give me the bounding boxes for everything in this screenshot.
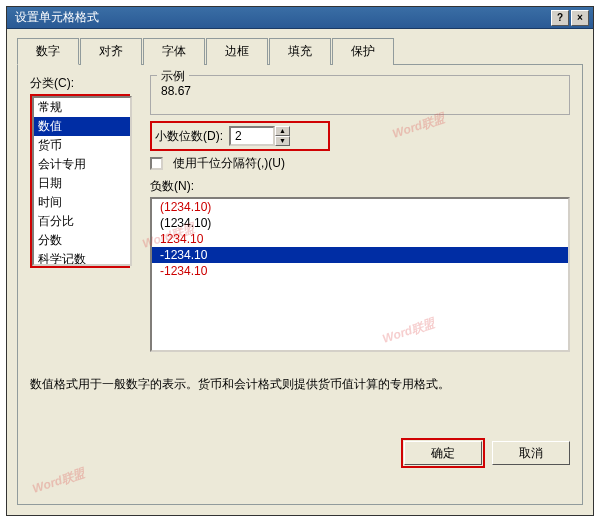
category-item[interactable]: 常规 [34, 98, 130, 117]
decimal-spinner[interactable]: ▲ ▼ [229, 126, 290, 146]
titlebar: 设置单元格格式 ? × [7, 7, 593, 29]
decimal-label: 小数位数(D): [155, 128, 223, 145]
tab-填充[interactable]: 填充 [269, 38, 331, 65]
category-item[interactable]: 时间 [34, 193, 130, 212]
negative-listbox[interactable]: (1234.10)(1234.10)1234.10-1234.10-1234.1… [150, 197, 570, 352]
category-highlight: 常规数值货币会计专用日期时间百分比分数科学记数文本特殊自定义 [30, 94, 130, 268]
spin-up-icon[interactable]: ▲ [275, 126, 290, 136]
tab-保护[interactable]: 保护 [332, 38, 394, 65]
negative-label: 负数(N): [150, 178, 570, 195]
close-button[interactable]: × [571, 10, 589, 26]
category-item[interactable]: 货币 [34, 136, 130, 155]
negative-item[interactable]: (1234.10) [152, 215, 568, 231]
tab-strip: 数字对齐字体边框填充保护 [17, 37, 583, 65]
category-label: 分类(C): [30, 75, 130, 92]
category-item[interactable]: 科学记数 [34, 250, 130, 266]
dialog-title: 设置单元格格式 [11, 9, 549, 26]
thousands-row[interactable]: 使用千位分隔符(,)(U) [150, 155, 570, 172]
category-item[interactable]: 数值 [34, 117, 130, 136]
negative-item[interactable]: -1234.10 [152, 263, 568, 279]
category-item[interactable]: 日期 [34, 174, 130, 193]
category-item[interactable]: 会计专用 [34, 155, 130, 174]
negative-item[interactable]: (1234.10) [152, 199, 568, 215]
dialog-footer: 确定 取消 [30, 403, 570, 465]
spin-down-icon[interactable]: ▼ [275, 136, 290, 146]
description-text: 数值格式用于一般数字的表示。货币和会计格式则提供货币值计算的专用格式。 [30, 376, 570, 393]
sample-label: 示例 [157, 68, 189, 85]
thousands-checkbox[interactable] [150, 157, 163, 170]
sample-group: 示例 88.67 [150, 75, 570, 115]
sample-value: 88.67 [161, 84, 559, 98]
category-listbox[interactable]: 常规数值货币会计专用日期时间百分比分数科学记数文本特殊自定义 [32, 96, 132, 266]
ok-button[interactable]: 确定 [404, 441, 482, 465]
tab-字体[interactable]: 字体 [143, 38, 205, 65]
decimal-row: 小数位数(D): ▲ ▼ [150, 121, 330, 151]
decimal-input[interactable] [229, 126, 275, 146]
negative-item[interactable]: 1234.10 [152, 231, 568, 247]
tab-panel-number: 分类(C): 常规数值货币会计专用日期时间百分比分数科学记数文本特殊自定义 示例… [17, 65, 583, 505]
cancel-button[interactable]: 取消 [492, 441, 570, 465]
negative-item[interactable]: -1234.10 [152, 247, 568, 263]
format-cells-dialog: 设置单元格格式 ? × 数字对齐字体边框填充保护 分类(C): 常规数值货币会计… [6, 6, 594, 516]
tab-数字[interactable]: 数字 [17, 38, 79, 65]
tab-对齐[interactable]: 对齐 [80, 38, 142, 65]
help-button[interactable]: ? [551, 10, 569, 26]
category-item[interactable]: 百分比 [34, 212, 130, 231]
dialog-body: 数字对齐字体边框填充保护 分类(C): 常规数值货币会计专用日期时间百分比分数科… [7, 29, 593, 515]
category-item[interactable]: 分数 [34, 231, 130, 250]
tab-边框[interactable]: 边框 [206, 38, 268, 65]
thousands-label: 使用千位分隔符(,)(U) [173, 155, 285, 172]
